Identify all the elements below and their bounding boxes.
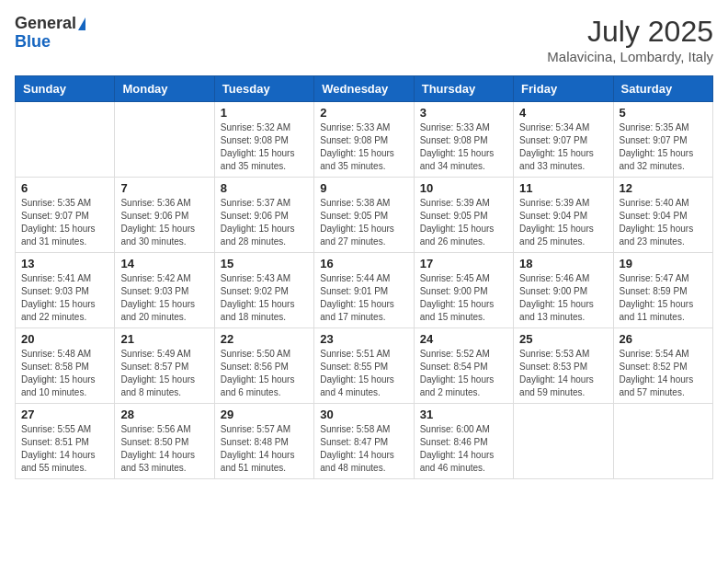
day-info: Sunrise: 5:48 AM Sunset: 8:58 PM Dayligh… — [21, 348, 108, 399]
day-info: Sunrise: 5:54 AM Sunset: 8:52 PM Dayligh… — [620, 348, 707, 399]
calendar-cell: 7Sunrise: 5:36 AM Sunset: 9:06 PM Daylig… — [115, 178, 214, 253]
calendar-cell: 4Sunrise: 5:34 AM Sunset: 9:07 PM Daylig… — [514, 102, 613, 178]
day-number: 15 — [221, 257, 308, 270]
day-number: 20 — [21, 332, 108, 346]
column-header-friday: Friday — [514, 76, 613, 102]
day-number: 14 — [120, 257, 208, 270]
day-info: Sunrise: 5:44 AM Sunset: 9:01 PM Dayligh… — [320, 272, 407, 324]
week-row-4: 20Sunrise: 5:48 AM Sunset: 8:58 PM Dayli… — [16, 328, 713, 404]
month-year-title: July 2025 — [547, 15, 713, 49]
week-row-2: 6Sunrise: 5:35 AM Sunset: 9:07 PM Daylig… — [16, 178, 713, 253]
column-header-sunday: Sunday — [16, 76, 115, 102]
day-info: Sunrise: 5:58 AM Sunset: 8:47 PM Dayligh… — [320, 423, 407, 475]
calendar-header-row: SundayMondayTuesdayWednesdayThursdayFrid… — [16, 76, 713, 102]
day-info: Sunrise: 5:46 AM Sunset: 9:00 PM Dayligh… — [519, 272, 607, 324]
day-number: 1 — [221, 106, 308, 120]
calendar-cell: 20Sunrise: 5:48 AM Sunset: 8:58 PM Dayli… — [16, 328, 115, 404]
calendar-cell: 24Sunrise: 5:52 AM Sunset: 8:54 PM Dayli… — [414, 328, 513, 404]
day-info: Sunrise: 5:43 AM Sunset: 9:02 PM Dayligh… — [221, 272, 308, 324]
calendar-cell: 25Sunrise: 5:53 AM Sunset: 8:53 PM Dayli… — [514, 328, 613, 404]
calendar-cell: 19Sunrise: 5:47 AM Sunset: 8:59 PM Dayli… — [613, 253, 712, 328]
calendar-cell: 27Sunrise: 5:55 AM Sunset: 8:51 PM Dayli… — [16, 404, 115, 479]
day-info: Sunrise: 5:33 AM Sunset: 9:08 PM Dayligh… — [320, 121, 407, 173]
day-info: Sunrise: 5:39 AM Sunset: 9:04 PM Dayligh… — [519, 197, 607, 248]
day-number: 30 — [320, 408, 407, 421]
column-header-monday: Monday — [115, 76, 214, 102]
calendar-cell: 14Sunrise: 5:42 AM Sunset: 9:03 PM Dayli… — [115, 253, 214, 328]
day-info: Sunrise: 5:32 AM Sunset: 9:08 PM Dayligh… — [221, 121, 308, 173]
day-number: 10 — [420, 181, 507, 195]
day-number: 22 — [221, 332, 308, 346]
week-row-5: 27Sunrise: 5:55 AM Sunset: 8:51 PM Dayli… — [16, 404, 713, 479]
calendar-cell — [16, 102, 115, 178]
day-number: 16 — [320, 257, 407, 270]
day-number: 18 — [519, 257, 607, 270]
column-header-wednesday: Wednesday — [314, 76, 414, 102]
day-number: 29 — [221, 408, 308, 421]
day-number: 24 — [420, 332, 507, 346]
day-number: 3 — [420, 106, 507, 120]
day-number: 27 — [21, 408, 108, 421]
day-info: Sunrise: 5:57 AM Sunset: 8:48 PM Dayligh… — [221, 423, 308, 475]
day-info: Sunrise: 5:55 AM Sunset: 8:51 PM Dayligh… — [21, 423, 108, 475]
calendar-cell: 28Sunrise: 5:56 AM Sunset: 8:50 PM Dayli… — [115, 404, 214, 479]
day-info: Sunrise: 5:35 AM Sunset: 9:07 PM Dayligh… — [21, 197, 108, 248]
calendar-cell — [514, 404, 613, 479]
column-header-thursday: Thursday — [414, 76, 513, 102]
day-number: 26 — [620, 332, 707, 346]
calendar-cell: 13Sunrise: 5:41 AM Sunset: 9:03 PM Dayli… — [16, 253, 115, 328]
calendar-cell: 5Sunrise: 5:35 AM Sunset: 9:07 PM Daylig… — [613, 102, 712, 178]
day-number: 23 — [320, 332, 407, 346]
day-number: 12 — [620, 181, 707, 195]
calendar-cell: 18Sunrise: 5:46 AM Sunset: 9:00 PM Dayli… — [514, 253, 613, 328]
day-number: 9 — [320, 181, 407, 195]
calendar-cell: 26Sunrise: 5:54 AM Sunset: 8:52 PM Dayli… — [613, 328, 712, 404]
logo-blue-text: Blue — [15, 33, 51, 52]
day-number: 4 — [519, 106, 607, 120]
calendar-cell: 8Sunrise: 5:37 AM Sunset: 9:06 PM Daylig… — [214, 178, 313, 253]
day-info: Sunrise: 5:37 AM Sunset: 9:06 PM Dayligh… — [221, 197, 308, 248]
calendar-cell: 15Sunrise: 5:43 AM Sunset: 9:02 PM Dayli… — [214, 253, 313, 328]
day-info: Sunrise: 5:42 AM Sunset: 9:03 PM Dayligh… — [120, 272, 208, 324]
calendar-cell: 9Sunrise: 5:38 AM Sunset: 9:05 PM Daylig… — [314, 178, 414, 253]
calendar-cell: 23Sunrise: 5:51 AM Sunset: 8:55 PM Dayli… — [314, 328, 414, 404]
column-header-tuesday: Tuesday — [214, 76, 313, 102]
logo-icon — [78, 17, 85, 30]
day-number: 17 — [420, 257, 507, 270]
calendar-cell: 1Sunrise: 5:32 AM Sunset: 9:08 PM Daylig… — [214, 102, 313, 178]
logo: General Blue — [15, 15, 85, 52]
calendar-cell: 21Sunrise: 5:49 AM Sunset: 8:57 PM Dayli… — [115, 328, 214, 404]
day-info: Sunrise: 5:40 AM Sunset: 9:04 PM Dayligh… — [620, 197, 707, 248]
logo-general-text: General — [15, 15, 76, 33]
day-number: 31 — [420, 408, 507, 421]
week-row-3: 13Sunrise: 5:41 AM Sunset: 9:03 PM Dayli… — [16, 253, 713, 328]
week-row-1: 1Sunrise: 5:32 AM Sunset: 9:08 PM Daylig… — [16, 102, 713, 178]
day-number: 2 — [320, 106, 407, 120]
calendar-cell: 30Sunrise: 5:58 AM Sunset: 8:47 PM Dayli… — [314, 404, 414, 479]
day-info: Sunrise: 5:39 AM Sunset: 9:05 PM Dayligh… — [420, 197, 507, 248]
day-info: Sunrise: 5:41 AM Sunset: 9:03 PM Dayligh… — [21, 272, 108, 324]
calendar-cell: 6Sunrise: 5:35 AM Sunset: 9:07 PM Daylig… — [16, 178, 115, 253]
day-info: Sunrise: 5:47 AM Sunset: 8:59 PM Dayligh… — [620, 272, 707, 324]
day-number: 5 — [620, 106, 707, 120]
day-number: 13 — [21, 257, 108, 270]
page-header: General Blue July 2025 Malavicina, Lomba… — [15, 15, 713, 64]
day-number: 25 — [519, 332, 607, 346]
day-number: 21 — [120, 332, 208, 346]
day-info: Sunrise: 5:50 AM Sunset: 8:56 PM Dayligh… — [221, 348, 308, 399]
calendar-cell: 12Sunrise: 5:40 AM Sunset: 9:04 PM Dayli… — [613, 178, 712, 253]
day-number: 7 — [120, 181, 208, 195]
day-info: Sunrise: 5:45 AM Sunset: 9:00 PM Dayligh… — [420, 272, 507, 324]
day-info: Sunrise: 5:33 AM Sunset: 9:08 PM Dayligh… — [420, 121, 507, 173]
calendar-cell: 22Sunrise: 5:50 AM Sunset: 8:56 PM Dayli… — [214, 328, 313, 404]
day-info: Sunrise: 5:49 AM Sunset: 8:57 PM Dayligh… — [120, 348, 208, 399]
calendar-cell — [115, 102, 214, 178]
day-info: Sunrise: 5:35 AM Sunset: 9:07 PM Dayligh… — [620, 121, 707, 173]
day-info: Sunrise: 5:53 AM Sunset: 8:53 PM Dayligh… — [519, 348, 607, 399]
calendar-cell: 17Sunrise: 5:45 AM Sunset: 9:00 PM Dayli… — [414, 253, 513, 328]
calendar-cell — [613, 404, 712, 479]
title-section: July 2025 Malavicina, Lombardy, Italy — [547, 15, 713, 64]
column-header-saturday: Saturday — [613, 76, 712, 102]
day-number: 11 — [519, 181, 607, 195]
day-number: 6 — [21, 181, 108, 195]
